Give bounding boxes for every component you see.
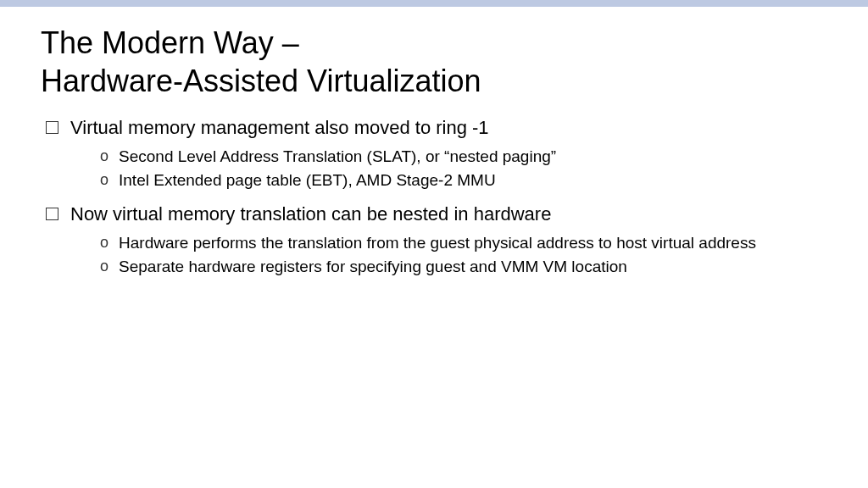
square-bullet-icon — [46, 202, 58, 226]
circle-bullet-icon: o — [100, 169, 108, 190]
bullet-text: Virtual memory management also moved to … — [70, 115, 489, 141]
slide-top-bar — [0, 0, 868, 7]
bullet-list: Virtual memory management also moved to … — [41, 115, 827, 278]
list-item: o Second Level Address Translation (SLAT… — [100, 146, 827, 168]
circle-bullet-icon: o — [100, 146, 108, 166]
sub-list: o Second Level Address Translation (SLAT… — [46, 146, 827, 191]
title-line-1: The Modern Way – — [41, 25, 299, 60]
list-item: Now virtual memory translation can be ne… — [46, 202, 827, 227]
circle-bullet-icon: o — [100, 232, 108, 252]
list-item: Virtual memory management also moved to … — [46, 115, 827, 141]
list-item: o Separate hardware registers for specif… — [100, 256, 827, 278]
slide-title: The Modern Way – Hardware-Assisted Virtu… — [41, 24, 827, 100]
sub-text: Separate hardware registers for specifyi… — [119, 256, 627, 278]
sub-text: Intel Extended page table (EBT), AMD Sta… — [119, 169, 496, 191]
circle-bullet-icon: o — [100, 256, 108, 276]
sub-list: o Hardware performs the translation from… — [46, 232, 827, 278]
bullet-text: Now virtual memory translation can be ne… — [70, 202, 551, 227]
list-item: o Hardware performs the translation from… — [100, 232, 827, 254]
slide-content: The Modern Way – Hardware-Assisted Virtu… — [0, 7, 868, 278]
title-line-2: Hardware-Assisted Virtualization — [41, 64, 481, 98]
sub-text: Second Level Address Translation (SLAT),… — [119, 146, 556, 168]
sub-text: Hardware performs the translation from t… — [119, 232, 756, 254]
list-item: o Intel Extended page table (EBT), AMD S… — [100, 169, 827, 191]
square-bullet-icon — [46, 115, 58, 140]
